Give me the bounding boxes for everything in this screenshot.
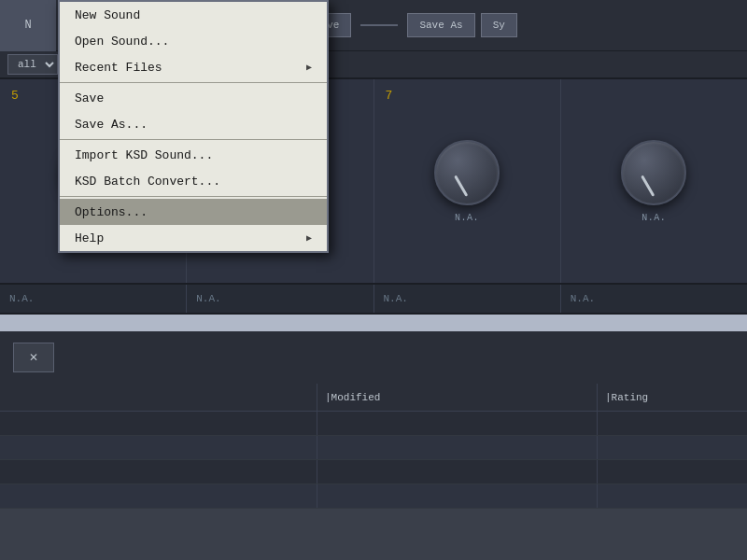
sys-button-top[interactable]: Sy bbox=[481, 13, 517, 37]
cell-rating-4 bbox=[598, 484, 747, 508]
knob-cell-7: 7 N.A. bbox=[374, 79, 561, 283]
knob-8[interactable] bbox=[621, 140, 686, 205]
knob-label-7: N.A. bbox=[455, 213, 479, 223]
help-arrow-icon: ▶ bbox=[306, 232, 312, 244]
cell-rating-1 bbox=[598, 412, 747, 435]
cell-modified-3 bbox=[317, 460, 598, 483]
menu-separator-3 bbox=[60, 196, 327, 197]
menu-item-save[interactable]: Save bbox=[60, 85, 327, 111]
cell-modified-4 bbox=[317, 484, 598, 508]
cell-rating-3 bbox=[598, 460, 747, 483]
cell-name-3 bbox=[0, 460, 317, 483]
table-row[interactable] bbox=[0, 460, 747, 484]
col-modified-header[interactable]: |Modified bbox=[317, 384, 598, 411]
na-cell-2: N.A. bbox=[187, 285, 374, 313]
cell-name-2 bbox=[0, 436, 317, 459]
na-cell-4: N.A. bbox=[561, 285, 747, 313]
menu-item-save-label: Save bbox=[75, 91, 104, 105]
knob-cell-8: 8 N.A. bbox=[561, 79, 747, 283]
menu-item-save-as[interactable]: Save As... bbox=[60, 111, 327, 137]
na-cell-1: N.A. bbox=[0, 285, 187, 313]
menu-item-save-as-label: Save As... bbox=[75, 118, 148, 132]
dropdown-menu: New Sound Open Sound... Recent Files ▶ S… bbox=[58, 0, 329, 253]
menu-item-import-ksd[interactable]: Import KSD Sound... bbox=[60, 142, 327, 168]
col-name-header bbox=[0, 384, 317, 411]
cell-name-4 bbox=[0, 484, 317, 508]
menu-item-help-label: Help bbox=[75, 231, 104, 245]
menu-item-open-sound-label: Open Sound... bbox=[75, 35, 169, 49]
bottom-panel: ✕ |Modified |Rating bbox=[0, 331, 747, 509]
menu-item-help[interactable]: Help ▶ bbox=[60, 225, 327, 251]
menu-item-ksd-batch[interactable]: KSD Batch Convert... bbox=[60, 168, 327, 194]
table-row[interactable] bbox=[0, 436, 747, 460]
all-dropdown[interactable]: all bbox=[7, 54, 58, 75]
menu-item-ksd-batch-label: KSD Batch Convert... bbox=[75, 175, 220, 189]
close-icon: ✕ bbox=[29, 351, 38, 364]
recent-files-arrow-icon: ▶ bbox=[306, 62, 312, 73]
close-panel-button[interactable]: ✕ bbox=[13, 343, 54, 372]
cell-modified-2 bbox=[317, 436, 598, 459]
menu-button-label: N bbox=[24, 19, 31, 32]
table-header: |Modified |Rating bbox=[0, 384, 747, 412]
menu-item-options[interactable]: Options... bbox=[60, 199, 327, 225]
menu-item-recent-files[interactable]: Recent Files ▶ bbox=[60, 54, 327, 80]
cell-modified-1 bbox=[317, 412, 598, 435]
menu-item-options-label: Options... bbox=[75, 205, 148, 219]
na-bar: N.A. N.A. N.A. N.A. bbox=[0, 285, 747, 315]
knob-label-8: N.A. bbox=[641, 213, 666, 223]
na-cell-3: N.A. bbox=[374, 285, 561, 313]
menu-item-new-sound-label: New Sound bbox=[75, 8, 140, 22]
save-as-button-top[interactable]: Save As bbox=[407, 13, 474, 37]
menu-item-new-sound[interactable]: New Sound bbox=[60, 2, 327, 28]
table-area: |Modified |Rating bbox=[0, 384, 747, 509]
separator-bar bbox=[0, 315, 747, 331]
menu-item-import-ksd-label: Import KSD Sound... bbox=[75, 148, 213, 162]
knob-7[interactable] bbox=[434, 140, 500, 205]
menu-item-open-sound[interactable]: Open Sound... bbox=[60, 28, 327, 54]
knob-number-7: 7 bbox=[386, 89, 393, 103]
col-rating-header[interactable]: |Rating bbox=[598, 384, 747, 411]
menu-separator-1 bbox=[60, 82, 327, 83]
table-row[interactable] bbox=[0, 484, 747, 509]
menu-button[interactable]: N bbox=[0, 0, 56, 51]
knob-number-5: 5 bbox=[11, 89, 19, 103]
menu-item-recent-files-label: Recent Files bbox=[75, 61, 162, 75]
cell-name-1 bbox=[0, 412, 317, 435]
cell-rating-2 bbox=[598, 436, 747, 459]
table-row[interactable] bbox=[0, 412, 747, 436]
menu-separator-2 bbox=[60, 139, 327, 140]
